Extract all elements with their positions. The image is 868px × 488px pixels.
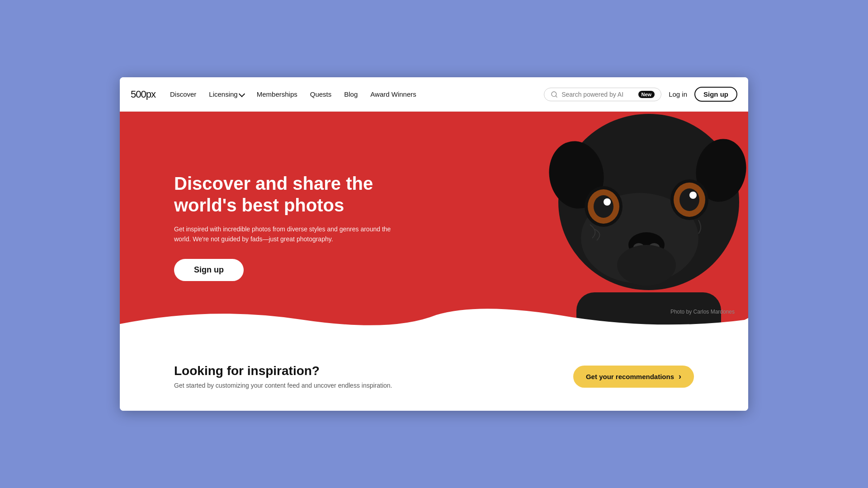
- logo-px: px: [146, 89, 156, 100]
- hero-subtitle: Get inspired with incredible photos from…: [174, 224, 409, 244]
- nav-licensing[interactable]: Licensing: [209, 90, 244, 98]
- recommendations-label: Get your recommendations: [586, 373, 674, 380]
- navbar: 500px Discover Licensing Memberships Que…: [120, 77, 748, 112]
- site-logo[interactable]: 500px: [131, 89, 156, 100]
- nav-blog[interactable]: Blog: [344, 90, 358, 98]
- hero-content: Discover and share the world's best phot…: [174, 173, 409, 281]
- new-badge: New: [638, 91, 655, 98]
- nav-memberships[interactable]: Memberships: [257, 90, 297, 98]
- login-button[interactable]: Log in: [667, 88, 689, 101]
- hero-section: Discover and share the world's best phot…: [120, 112, 748, 342]
- search-bar[interactable]: New: [544, 88, 661, 101]
- search-icon: [551, 91, 558, 98]
- svg-point-9: [594, 195, 613, 218]
- svg-point-14: [689, 192, 697, 199]
- hero-title: Discover and share the world's best phot…: [174, 173, 409, 216]
- svg-line-1: [556, 96, 557, 97]
- inspiration-heading: Looking for inspiration?: [174, 364, 392, 378]
- chevron-down-icon: [239, 90, 245, 97]
- nav-discover[interactable]: Discover: [170, 90, 196, 98]
- browser-window: 500px Discover Licensing Memberships Que…: [120, 77, 748, 411]
- hero-signup-button[interactable]: Sign up: [174, 259, 244, 281]
- svg-point-18: [617, 245, 676, 286]
- recommendations-button[interactable]: Get your recommendations ›: [573, 366, 694, 388]
- svg-point-13: [679, 188, 699, 211]
- logo-500: 500: [131, 89, 146, 100]
- nav-quests[interactable]: Quests: [310, 90, 332, 98]
- svg-point-10: [604, 198, 611, 206]
- inspiration-section: Looking for inspiration? Get started by …: [120, 342, 748, 411]
- inspiration-text: Looking for inspiration? Get started by …: [174, 364, 392, 389]
- nav-links: Discover Licensing Memberships Quests Bl…: [170, 90, 529, 98]
- nav-award-winners[interactable]: Award Winners: [370, 90, 416, 98]
- arrow-right-icon: ›: [679, 372, 681, 381]
- photo-credit: Photo by Carlos Mardones: [670, 309, 735, 315]
- signup-button[interactable]: Sign up: [694, 87, 737, 102]
- inspiration-subtext: Get started by customizing your content …: [174, 382, 392, 389]
- hero-wave: [120, 306, 748, 342]
- search-input[interactable]: [561, 91, 634, 98]
- nav-right: New Log in Sign up: [544, 87, 737, 102]
